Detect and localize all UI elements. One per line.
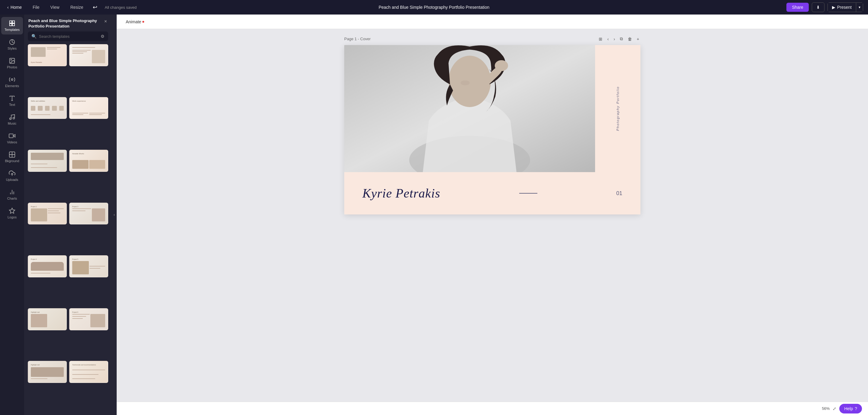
- template-thumb-project-6[interactable]: Project 6: [69, 308, 108, 330]
- canvas-toolbar: Animate: [117, 14, 868, 29]
- animate-label: Animate: [126, 19, 141, 24]
- template-thumb-work-experience[interactable]: Work experience: [69, 97, 108, 119]
- sidebar-item-uploads[interactable]: Uploads: [1, 167, 23, 184]
- template-thumb-highlight-reel[interactable]: Highlight reel: [28, 308, 67, 330]
- slide-photo-background: [344, 45, 595, 172]
- copy-page-button[interactable]: ⧉: [619, 35, 624, 43]
- download-button[interactable]: ⬇: [812, 2, 825, 12]
- sidebar-item-label-logos: Logos: [7, 215, 17, 219]
- collapse-panel-handle[interactable]: ‹: [112, 14, 117, 415]
- top-bar-left: ‹ Home File View Resize ↩ All changes sa…: [5, 3, 136, 12]
- view-menu[interactable]: View: [48, 4, 62, 11]
- sidebar-item-videos[interactable]: Videos: [1, 129, 23, 147]
- home-label: Home: [10, 5, 22, 10]
- page-controls: ⊞ ‹ › ⧉ 🗑 +: [597, 35, 641, 43]
- sidebar-item-music[interactable]: Music: [1, 111, 23, 128]
- template-thumb-notable-works[interactable]: Notable Works: [69, 150, 108, 172]
- slide-sidebar-text: Photography Portfolio: [616, 86, 620, 131]
- delete-page-button[interactable]: 🗑: [626, 35, 633, 43]
- home-button[interactable]: ‹ Home: [5, 4, 24, 11]
- templates-icon: [9, 20, 16, 27]
- slide-sidebar-strip: Photography Portfolio: [595, 45, 641, 172]
- charts-icon: [9, 189, 16, 196]
- slide-photo-area: [344, 45, 595, 172]
- present-button[interactable]: ▶ Present: [828, 2, 856, 12]
- sidebar-icons: Templates Styles Photos Elements Text: [0, 14, 24, 415]
- sidebar-item-templates[interactable]: Templates: [1, 17, 23, 34]
- next-page-button[interactable]: ›: [612, 35, 616, 43]
- present-dropdown-button[interactable]: ▾: [856, 2, 863, 12]
- photos-icon: [9, 57, 16, 64]
- svg-rect-3: [12, 24, 14, 26]
- sidebar-item-background[interactable]: Bkground: [1, 148, 23, 166]
- add-page-button[interactable]: +: [636, 35, 641, 43]
- undo-button[interactable]: ↩: [92, 3, 98, 12]
- resize-menu[interactable]: Resize: [68, 4, 86, 11]
- svg-point-24: [495, 60, 508, 71]
- slide-name: Kyrie Petrakis: [362, 186, 440, 201]
- panel-title: Peach and Blue Simple Photography Portfo…: [28, 18, 101, 29]
- help-label: Help: [844, 406, 853, 411]
- share-button[interactable]: Share: [786, 3, 808, 12]
- canvas-scroll[interactable]: Page 1 - Cover ⊞ ‹ › ⧉ 🗑 +: [117, 29, 868, 402]
- svg-rect-1: [12, 21, 14, 23]
- sidebar-item-label-videos: Videos: [7, 140, 17, 144]
- sidebar-item-label-elements: Elements: [5, 84, 19, 88]
- template-thumb-highlight-2[interactable]: Highlight reel: [28, 361, 67, 383]
- svg-rect-0: [10, 21, 12, 23]
- prev-page-button[interactable]: ‹: [606, 35, 610, 43]
- sidebar-item-label-charts: Charts: [7, 197, 17, 200]
- svg-marker-12: [13, 134, 15, 137]
- template-thumb-project-coffee[interactable]: Project 5: [69, 255, 108, 277]
- present-label: Present: [837, 5, 852, 10]
- animate-button[interactable]: Animate: [123, 18, 147, 26]
- grid-view-button[interactable]: ⊞: [597, 35, 603, 43]
- close-panel-button[interactable]: ×: [104, 18, 107, 25]
- svg-point-6: [10, 59, 11, 60]
- music-icon: [9, 114, 16, 120]
- styles-icon: [9, 39, 16, 46]
- template-thumb-project-2[interactable]: Project 2: [28, 203, 67, 225]
- document-title: Peach and Blue Simple Photography Portfo…: [379, 5, 490, 10]
- svg-marker-19: [9, 208, 15, 213]
- sidebar-item-label-templates: Templates: [4, 28, 20, 31]
- canvas-area: Animate Page 1 - Cover ⊞ ‹ › ⧉ 🗑 +: [117, 14, 868, 415]
- present-icon: ▶: [832, 5, 835, 10]
- elements-icon: [9, 76, 16, 83]
- slide-number: 01: [616, 190, 622, 197]
- template-thumb-cover[interactable]: Kyrie Petrakis: [28, 44, 67, 66]
- template-thumb-skills[interactable]: Skills and abilities: [28, 97, 67, 119]
- template-thumb-project-interior[interactable]: [28, 150, 67, 172]
- chevron-left-icon: ‹: [7, 5, 9, 10]
- sidebar-item-label-music: Music: [8, 122, 17, 125]
- svg-point-7: [11, 79, 13, 81]
- sidebar-item-label-styles: Styles: [7, 47, 17, 50]
- uploads-icon: [9, 170, 16, 177]
- collapse-icon: ‹: [114, 213, 115, 217]
- search-bar: 🔍 ⚙: [28, 31, 108, 41]
- sidebar-item-text[interactable]: Text: [1, 92, 23, 110]
- sidebar-item-logos[interactable]: Logos: [1, 205, 23, 222]
- videos-icon: [9, 132, 16, 139]
- template-thumb-project-arch[interactable]: Project 4: [28, 255, 67, 277]
- sidebar-item-styles[interactable]: Styles: [1, 36, 23, 53]
- slide-container[interactable]: Photography Portfolio Kyrie Petrakis 01: [344, 45, 641, 214]
- template-thumb-details[interactable]: [69, 44, 108, 66]
- filter-button[interactable]: ⚙: [101, 34, 104, 39]
- zoom-level: 56%: [822, 406, 830, 411]
- file-menu[interactable]: File: [30, 4, 42, 11]
- zoom-expand-button[interactable]: ⤢: [833, 406, 836, 411]
- sidebar-item-charts[interactable]: Charts: [1, 186, 23, 203]
- search-input[interactable]: [39, 34, 98, 39]
- main-layout: Templates Styles Photos Elements Text: [0, 14, 868, 415]
- slide-main: Photography Portfolio: [344, 45, 641, 172]
- sidebar-item-elements[interactable]: Elements: [1, 73, 23, 91]
- text-icon: [9, 95, 16, 101]
- template-thumb-project-3[interactable]: Project 3: [69, 203, 108, 225]
- svg-point-11: [13, 117, 15, 119]
- sidebar-item-photos[interactable]: Photos: [1, 55, 23, 72]
- help-button[interactable]: Help ?: [839, 404, 862, 414]
- sidebar-item-label-background: Bkground: [5, 159, 19, 163]
- background-icon: [9, 151, 16, 158]
- template-thumb-testimonials[interactable]: Testimonials and recommendations: [69, 361, 108, 383]
